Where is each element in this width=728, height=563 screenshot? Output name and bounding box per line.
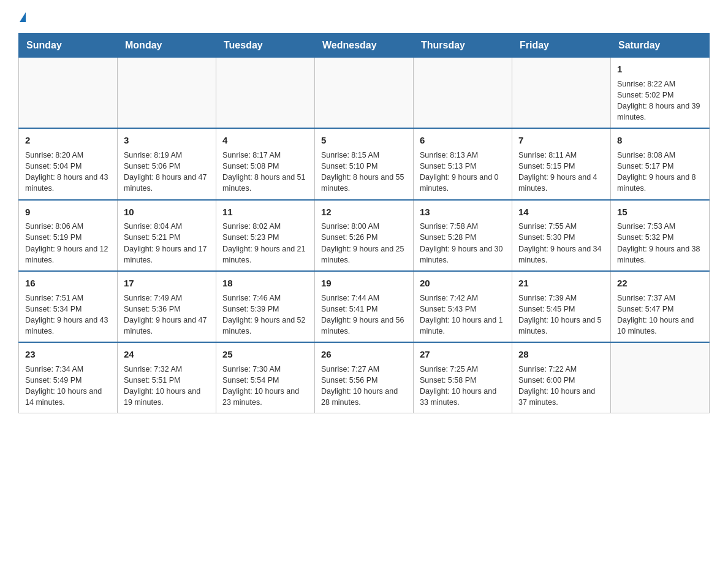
day-number: 22 xyxy=(617,277,703,290)
day-info: Sunrise: 8:00 AM Sunset: 5:26 PM Dayligh… xyxy=(321,221,407,266)
day-number: 23 xyxy=(25,348,111,361)
weekday-header: Tuesday xyxy=(216,34,315,58)
day-info: Sunrise: 8:06 AM Sunset: 5:19 PM Dayligh… xyxy=(25,221,111,266)
calendar-day-cell: 14Sunrise: 7:55 AM Sunset: 5:30 PM Dayli… xyxy=(512,200,611,271)
day-info: Sunrise: 7:46 AM Sunset: 5:39 PM Dayligh… xyxy=(222,293,308,337)
calendar-day-cell xyxy=(118,58,216,129)
page-header xyxy=(18,12,710,22)
calendar-day-cell xyxy=(414,58,512,129)
day-number: 5 xyxy=(321,134,407,147)
calendar-day-cell: 10Sunrise: 8:04 AM Sunset: 5:21 PM Dayli… xyxy=(118,200,216,271)
calendar-day-cell: 22Sunrise: 7:37 AM Sunset: 5:47 PM Dayli… xyxy=(611,271,710,342)
calendar-day-cell: 11Sunrise: 8:02 AM Sunset: 5:23 PM Dayli… xyxy=(216,200,315,271)
day-number: 3 xyxy=(124,134,210,147)
day-info: Sunrise: 7:22 AM Sunset: 6:00 PM Dayligh… xyxy=(518,364,604,408)
weekday-header: Wednesday xyxy=(315,34,414,58)
calendar-day-cell: 28Sunrise: 7:22 AM Sunset: 6:00 PM Dayli… xyxy=(512,342,611,413)
day-number: 4 xyxy=(222,134,308,147)
day-number: 8 xyxy=(617,134,703,147)
day-info: Sunrise: 8:02 AM Sunset: 5:23 PM Dayligh… xyxy=(222,221,308,266)
day-info: Sunrise: 8:17 AM Sunset: 5:08 PM Dayligh… xyxy=(222,150,308,194)
calendar-week-row: 16Sunrise: 7:51 AM Sunset: 5:34 PM Dayli… xyxy=(19,271,710,342)
calendar-day-cell: 3Sunrise: 8:19 AM Sunset: 5:06 PM Daylig… xyxy=(118,128,216,199)
day-info: Sunrise: 7:32 AM Sunset: 5:51 PM Dayligh… xyxy=(124,364,210,408)
calendar-day-cell: 6Sunrise: 8:13 AM Sunset: 5:13 PM Daylig… xyxy=(414,128,512,199)
day-info: Sunrise: 7:51 AM Sunset: 5:34 PM Dayligh… xyxy=(25,293,111,337)
day-number: 24 xyxy=(124,348,210,361)
day-number: 13 xyxy=(420,205,506,219)
day-number: 12 xyxy=(321,205,407,219)
calendar-day-cell xyxy=(19,58,118,129)
day-number: 19 xyxy=(321,277,407,290)
day-number: 27 xyxy=(420,348,506,361)
calendar-day-cell: 23Sunrise: 7:34 AM Sunset: 5:49 PM Dayli… xyxy=(19,342,118,413)
calendar-week-row: 1Sunrise: 8:22 AM Sunset: 5:02 PM Daylig… xyxy=(19,58,710,129)
calendar-day-cell: 5Sunrise: 8:15 AM Sunset: 5:10 PM Daylig… xyxy=(315,128,414,199)
day-info: Sunrise: 8:22 AM Sunset: 5:02 PM Dayligh… xyxy=(617,79,703,123)
day-number: 14 xyxy=(518,205,604,219)
day-info: Sunrise: 8:11 AM Sunset: 5:15 PM Dayligh… xyxy=(518,150,604,194)
weekday-header: Sunday xyxy=(19,34,118,58)
calendar-day-cell xyxy=(216,58,315,129)
calendar-day-cell: 1Sunrise: 8:22 AM Sunset: 5:02 PM Daylig… xyxy=(611,58,710,129)
day-info: Sunrise: 7:42 AM Sunset: 5:43 PM Dayligh… xyxy=(420,293,506,337)
calendar-day-cell: 21Sunrise: 7:39 AM Sunset: 5:45 PM Dayli… xyxy=(512,271,611,342)
calendar-day-cell: 12Sunrise: 8:00 AM Sunset: 5:26 PM Dayli… xyxy=(315,200,414,271)
day-number: 11 xyxy=(222,205,308,219)
calendar-day-cell: 7Sunrise: 8:11 AM Sunset: 5:15 PM Daylig… xyxy=(512,128,611,199)
calendar-day-cell: 15Sunrise: 7:53 AM Sunset: 5:32 PM Dayli… xyxy=(611,200,710,271)
day-info: Sunrise: 7:39 AM Sunset: 5:45 PM Dayligh… xyxy=(518,293,604,337)
calendar-day-cell: 20Sunrise: 7:42 AM Sunset: 5:43 PM Dayli… xyxy=(414,271,512,342)
day-info: Sunrise: 8:15 AM Sunset: 5:10 PM Dayligh… xyxy=(321,150,407,194)
day-number: 28 xyxy=(518,348,604,361)
calendar-day-cell xyxy=(315,58,414,129)
day-info: Sunrise: 7:30 AM Sunset: 5:54 PM Dayligh… xyxy=(222,364,308,408)
day-number: 17 xyxy=(124,277,210,290)
calendar-day-cell: 9Sunrise: 8:06 AM Sunset: 5:19 PM Daylig… xyxy=(19,200,118,271)
calendar-header-row: SundayMondayTuesdayWednesdayThursdayFrid… xyxy=(19,34,710,58)
calendar-table: SundayMondayTuesdayWednesdayThursdayFrid… xyxy=(18,33,710,413)
calendar-day-cell xyxy=(512,58,611,129)
day-number: 6 xyxy=(420,134,506,147)
calendar-day-cell xyxy=(611,342,710,413)
calendar-day-cell: 26Sunrise: 7:27 AM Sunset: 5:56 PM Dayli… xyxy=(315,342,414,413)
calendar-week-row: 2Sunrise: 8:20 AM Sunset: 5:04 PM Daylig… xyxy=(19,128,710,199)
day-number: 25 xyxy=(222,348,308,361)
day-info: Sunrise: 8:13 AM Sunset: 5:13 PM Dayligh… xyxy=(420,150,506,194)
day-number: 2 xyxy=(25,134,111,147)
calendar-day-cell: 19Sunrise: 7:44 AM Sunset: 5:41 PM Dayli… xyxy=(315,271,414,342)
day-number: 20 xyxy=(420,277,506,290)
day-info: Sunrise: 7:55 AM Sunset: 5:30 PM Dayligh… xyxy=(518,221,604,266)
day-number: 9 xyxy=(25,205,111,219)
day-info: Sunrise: 8:08 AM Sunset: 5:17 PM Dayligh… xyxy=(617,150,703,194)
day-info: Sunrise: 7:49 AM Sunset: 5:36 PM Dayligh… xyxy=(124,293,210,337)
calendar-day-cell: 8Sunrise: 8:08 AM Sunset: 5:17 PM Daylig… xyxy=(611,128,710,199)
day-info: Sunrise: 8:04 AM Sunset: 5:21 PM Dayligh… xyxy=(124,221,210,266)
day-number: 26 xyxy=(321,348,407,361)
calendar-day-cell: 24Sunrise: 7:32 AM Sunset: 5:51 PM Dayli… xyxy=(118,342,216,413)
weekday-header: Monday xyxy=(118,34,216,58)
weekday-header: Friday xyxy=(512,34,611,58)
calendar-week-row: 9Sunrise: 8:06 AM Sunset: 5:19 PM Daylig… xyxy=(19,200,710,271)
calendar-day-cell: 27Sunrise: 7:25 AM Sunset: 5:58 PM Dayli… xyxy=(414,342,512,413)
calendar-day-cell: 16Sunrise: 7:51 AM Sunset: 5:34 PM Dayli… xyxy=(19,271,118,342)
calendar-day-cell: 25Sunrise: 7:30 AM Sunset: 5:54 PM Dayli… xyxy=(216,342,315,413)
calendar-week-row: 23Sunrise: 7:34 AM Sunset: 5:49 PM Dayli… xyxy=(19,342,710,413)
day-info: Sunrise: 8:20 AM Sunset: 5:04 PM Dayligh… xyxy=(25,150,111,194)
calendar-day-cell: 4Sunrise: 8:17 AM Sunset: 5:08 PM Daylig… xyxy=(216,128,315,199)
weekday-header: Saturday xyxy=(611,34,710,58)
day-info: Sunrise: 7:53 AM Sunset: 5:32 PM Dayligh… xyxy=(617,221,703,266)
day-info: Sunrise: 7:58 AM Sunset: 5:28 PM Dayligh… xyxy=(420,221,506,266)
calendar-day-cell: 2Sunrise: 8:20 AM Sunset: 5:04 PM Daylig… xyxy=(19,128,118,199)
day-info: Sunrise: 7:25 AM Sunset: 5:58 PM Dayligh… xyxy=(420,364,506,408)
day-info: Sunrise: 8:19 AM Sunset: 5:06 PM Dayligh… xyxy=(124,150,210,194)
day-info: Sunrise: 7:44 AM Sunset: 5:41 PM Dayligh… xyxy=(321,293,407,337)
day-number: 16 xyxy=(25,277,111,290)
day-info: Sunrise: 7:37 AM Sunset: 5:47 PM Dayligh… xyxy=(617,293,703,337)
day-number: 15 xyxy=(617,205,703,219)
day-number: 18 xyxy=(222,277,308,290)
day-number: 1 xyxy=(617,63,703,76)
day-number: 7 xyxy=(518,134,604,147)
day-number: 21 xyxy=(518,277,604,290)
calendar-day-cell: 18Sunrise: 7:46 AM Sunset: 5:39 PM Dayli… xyxy=(216,271,315,342)
